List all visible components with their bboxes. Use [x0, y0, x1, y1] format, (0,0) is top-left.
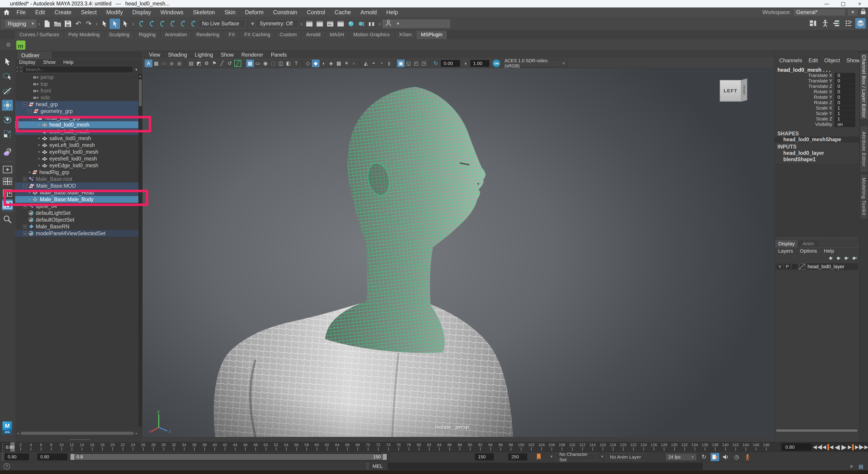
film-gate-icon[interactable]: ▭ — [160, 60, 168, 67]
animation-start-field[interactable]: 0.80 — [4, 453, 29, 461]
play-forwards-button[interactable]: ▶ — [841, 443, 847, 451]
input-node-row[interactable]: blendShape1 — [775, 156, 859, 162]
outliner-menu-help[interactable]: Help — [59, 59, 77, 65]
move-layer-down-icon[interactable]: ◆↓ — [837, 255, 841, 260]
save-scene-icon[interactable] — [63, 19, 73, 29]
tree-row-Male-Base-root[interactable]: +Male_Base:root — [15, 176, 139, 183]
anim-layer-selector[interactable]: No Anim Layer — [607, 453, 645, 461]
channel-value[interactable]: 1 — [835, 111, 855, 116]
layer-menu-options[interactable]: Options — [797, 248, 820, 254]
range-slider-track[interactable]: 0.8 150 — [70, 453, 388, 461]
go-to-end-button[interactable]: ▶▶ — [861, 443, 868, 451]
grid-toggle-icon[interactable]: ▦ — [152, 60, 160, 67]
shape-node-row[interactable]: head_lod0_meshShape — [775, 136, 859, 143]
shelf-tab-animation[interactable]: Animation — [160, 31, 192, 39]
default-prefs-selector[interactable]: ▼ — [382, 20, 450, 28]
tree-row-Male-Base-Male-Head[interactable]: Male_Base:Male_Head — [15, 189, 139, 196]
tree-row-defaultLightSet[interactable]: defaultLightSet — [15, 210, 139, 216]
shelf-tab-poly-modeling[interactable]: Poly Modeling — [64, 31, 104, 39]
tree-row-defaultObjectSet[interactable]: defaultObjectSet — [15, 216, 139, 223]
snapshot-icon[interactable]: ◳ — [420, 60, 428, 67]
shelf-tab-sculpting[interactable]: Sculpting — [104, 31, 134, 39]
colorspace-selector[interactable]: ACES 1.0 SDR-video (sRGB)▼ — [502, 60, 568, 67]
bookmark-icon[interactable]: ⚑ — [210, 60, 218, 67]
scroll-right-icon[interactable]: ▸ — [135, 432, 138, 435]
shelf-tab-motion-graphics[interactable]: Motion Graphics — [349, 31, 395, 39]
outliner-horizontal-scrollbar[interactable]: ◂ ▸ — [16, 431, 140, 436]
toon-icon[interactable] — [346, 19, 356, 29]
move-layer-up-icon[interactable]: ◆↑ — [829, 255, 833, 260]
paint-selection-tool[interactable] — [2, 86, 13, 97]
menu-modify[interactable]: Modify — [101, 9, 128, 15]
tree-row-head-lod0-grp[interactable]: −head_lod0_grp — [15, 115, 139, 121]
render-settings-icon[interactable] — [335, 19, 346, 29]
tree-row-Male-Base-MOD[interactable]: −Male_Base:MOD — [15, 183, 139, 189]
layer-menu-help[interactable]: Help — [820, 248, 837, 254]
chevron-down-icon[interactable]: ▼ — [550, 454, 553, 459]
rotate-view-icon[interactable]: ↺ — [226, 60, 234, 67]
channel-menu-edit[interactable]: Edit — [805, 57, 821, 64]
channel-box-toggle-icon[interactable] — [855, 18, 866, 29]
snap-view-plane-icon[interactable] — [177, 19, 188, 29]
snap-projected-center-icon[interactable] — [167, 19, 177, 29]
outliner-toggle-icon[interactable] — [808, 18, 818, 29]
select-object-icon[interactable] — [110, 19, 120, 29]
menu-help[interactable]: Help — [381, 9, 403, 15]
rotate-tool[interactable] — [2, 115, 13, 125]
minimize-button[interactable]: — — [818, 0, 835, 7]
outliner-panel-tab[interactable]: Outliner — [18, 52, 52, 59]
shelf-tab-rigging[interactable]: Rigging — [134, 31, 160, 39]
redo-icon[interactable]: ↷ — [84, 19, 94, 29]
home-icon[interactable] — [3, 9, 10, 15]
channel-value[interactable]: 1 — [835, 116, 855, 122]
points-shade-icon[interactable]: ▩ — [335, 60, 343, 67]
expand-icon[interactable]: + — [23, 177, 27, 181]
viewport-menu-panels[interactable]: Panels — [267, 52, 290, 58]
motion-blur-icon[interactable]: ◓ — [370, 60, 377, 67]
tab-modeling-toolkit[interactable]: Modeling Toolkit — [860, 174, 868, 219]
menu-constrain[interactable]: Constrain — [268, 9, 302, 15]
layer-color-swatch[interactable] — [799, 264, 805, 270]
close-button[interactable]: × — [851, 0, 868, 7]
tree-row-spine-04[interactable]: +spine_04 — [15, 203, 139, 210]
textured-sphere-icon[interactable]: ◈ — [327, 60, 335, 67]
shelf-tab-xgen[interactable]: XGen — [395, 31, 416, 39]
lock-icon[interactable] — [860, 8, 866, 16]
channel-value[interactable]: 1 — [835, 105, 855, 111]
tree-row-side[interactable]: side — [15, 94, 139, 101]
exposure-reset-icon[interactable]: ↻ — [432, 60, 439, 67]
shelf-tab-fx-caching[interactable]: FX Caching — [240, 31, 275, 39]
workspace-value[interactable]: General* — [793, 9, 845, 16]
single-pane-layout[interactable] — [2, 164, 13, 175]
go-to-start-button[interactable]: ◀◀ — [813, 443, 820, 451]
tab-anim[interactable]: Anim — [797, 240, 819, 247]
wireframe-figure[interactable] — [143, 68, 774, 437]
new-scene-icon[interactable] — [42, 19, 52, 29]
scale-tool[interactable] — [2, 129, 13, 140]
layer-display-type-toggle[interactable] — [792, 264, 798, 270]
expand-icon[interactable]: + — [23, 231, 27, 235]
layer-name[interactable]: head_lod0_layer — [808, 264, 844, 270]
grease-pencil-icon[interactable]: ╱ — [218, 60, 226, 67]
playback-loop-icon[interactable]: ↻ — [700, 453, 708, 461]
current-time-field[interactable]: 0.80 — [782, 443, 812, 451]
shelf-tab-mash[interactable]: MASH — [325, 31, 349, 39]
expand-icon[interactable]: + — [23, 225, 27, 229]
shelf-tab-arnold[interactable]: Arnold — [302, 31, 325, 39]
script-editor-icon[interactable]: ▤ — [857, 463, 865, 470]
view-cube-left-face[interactable]: LEFT — [720, 80, 741, 102]
smooth-shade-icon[interactable]: ▭ — [254, 60, 261, 67]
menu-windows[interactable]: Windows — [156, 9, 188, 15]
hypershade-icon[interactable] — [356, 19, 367, 29]
filter-icon[interactable] — [15, 67, 23, 72]
snap-grid-icon[interactable] — [136, 19, 146, 29]
chevron-down-icon[interactable]: ▼ — [848, 9, 858, 16]
menu-display[interactable]: Display — [128, 9, 156, 15]
channel-box-node-name[interactable]: head_lod0_mesh . . . — [777, 67, 831, 73]
four-pane-layout[interactable] — [2, 176, 13, 187]
shade-all-icon[interactable]: ◇ — [304, 60, 312, 67]
command-line-output-icon[interactable]: ≡ — [848, 463, 855, 470]
tab-attribute-editor[interactable]: Attribute Editor — [860, 126, 868, 172]
shelf-options-icon[interactable]: ⚙ — [6, 42, 11, 48]
camera-attributes-icon[interactable]: ▤ — [187, 60, 195, 67]
